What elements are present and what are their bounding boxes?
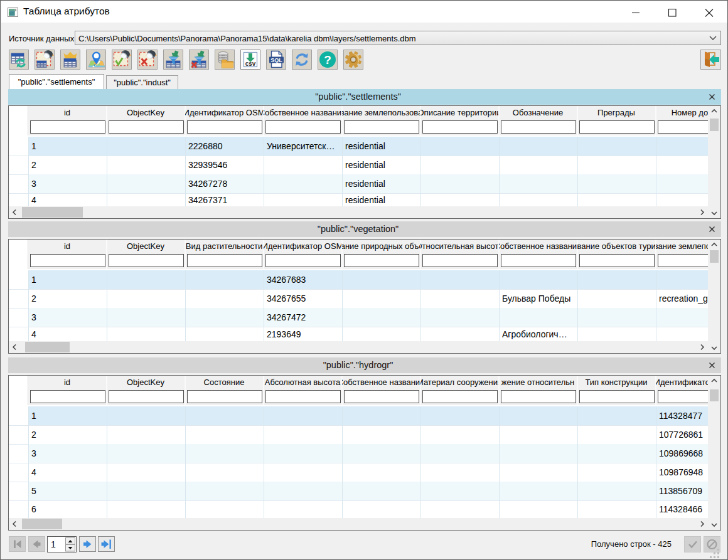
svg-text:?: ? — [324, 53, 331, 66]
svg-text:SQL: SQL — [270, 57, 282, 63]
svg-text:csv: csv — [245, 60, 256, 67]
